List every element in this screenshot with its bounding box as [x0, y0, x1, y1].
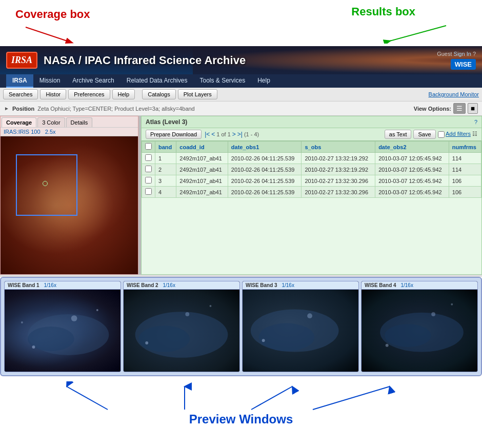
guest-label: Guest	[437, 51, 452, 57]
background-monitor-link[interactable]: Background Monitor	[429, 91, 479, 97]
svg-point-6	[96, 309, 98, 311]
add-filters-link[interactable]: Add filters	[446, 131, 471, 137]
cell-date-obs1-3: 2010-02-26 04:11:25.539	[228, 187, 302, 198]
position-text: Zeta Ophiuci; Type=CENTER; Product Level…	[37, 106, 194, 112]
svg-point-7	[21, 321, 23, 323]
coverage-instrument-label: IRAS:IRIS 100	[4, 129, 41, 135]
col-header-numfrms[interactable]: numfrms	[449, 141, 481, 153]
position-label: Position	[12, 106, 34, 112]
col-header-date-obs1[interactable]: date_obs1	[228, 141, 302, 153]
cell-coadd-1: 2492m107_ab41	[176, 164, 228, 175]
nav-item-help[interactable]: Help	[251, 74, 276, 88]
svg-point-20	[386, 344, 389, 347]
preview-header-1: WISE Band 1 1/16x	[5, 281, 120, 290]
preview-image-1[interactable]	[5, 290, 120, 372]
plot-layers-button[interactable]: Plot Layers	[178, 89, 217, 99]
as-text-button[interactable]: as Text	[385, 130, 412, 139]
svg-point-12	[210, 305, 212, 307]
pager-first-button[interactable]: |<	[205, 131, 210, 138]
preview-nebula-1	[5, 290, 120, 372]
preview-image-4[interactable]	[362, 290, 477, 372]
nav-item-mission[interactable]: Mission	[33, 74, 67, 88]
cell-band-1: 2	[155, 164, 176, 175]
preferences-button[interactable]: Preferences	[68, 89, 110, 99]
coverage-box-annotation: Coverage box	[15, 8, 90, 21]
view-list-button[interactable]: ☰	[453, 103, 466, 114]
cell-s-obs-0: 2010-02-27 13:32:19.292	[302, 153, 375, 164]
catalogs-button[interactable]: Catalogs	[142, 89, 175, 99]
help-char: ?	[473, 51, 476, 57]
view-grid-button[interactable]: ■	[468, 103, 478, 114]
toolbar-left-buttons: Searches Histor Preferences Help Catalog…	[3, 89, 217, 99]
select-all-checkbox[interactable]	[145, 143, 152, 150]
results-table-wrapper: band coadd_id date_obs1 s_obs date_obs2 …	[142, 141, 481, 274]
cell-s-obs-3: 2010-02-27 13:32:30.296	[302, 187, 375, 198]
col-header-coadd-id[interactable]: coadd_id	[176, 141, 228, 153]
preview-header-2: WISE Band 2 1/16x	[124, 281, 239, 290]
cell-coadd-3: 2492m107_ab41	[176, 187, 228, 198]
nav-item-related-data[interactable]: Related Data Archives	[120, 74, 194, 88]
sign-in-link[interactable]: Sign In	[454, 51, 471, 57]
add-filters-checkbox[interactable]	[438, 131, 445, 138]
results-table: band coadd_id date_obs1 s_obs date_obs2 …	[142, 141, 481, 198]
pager-last-button[interactable]: >|	[237, 131, 243, 138]
preview-scale-1: 1/16x	[43, 282, 56, 288]
svg-point-11	[145, 341, 148, 344]
coverage-info-bar: IRAS:IRIS 100 2.5x	[1, 128, 138, 136]
tab-coverage[interactable]: Coverage	[2, 117, 36, 127]
nav-item-archive-search[interactable]: Archive Search	[66, 74, 120, 88]
cell-date-obs1-1: 2010-02-26 04:11:25.539	[228, 164, 302, 175]
filter-grid-icon: ☷	[472, 131, 477, 137]
coverage-box-arrow	[21, 25, 82, 45]
prepare-download-button[interactable]: Prepare Download	[146, 130, 202, 139]
col-header-date-obs2[interactable]: date_obs2	[375, 141, 449, 153]
svg-point-15	[307, 313, 312, 318]
auth-info: Guest Sign In ?	[437, 51, 476, 57]
pager-prev-button[interactable]: <	[211, 131, 215, 138]
searches-button[interactable]: Searches	[3, 89, 38, 99]
preview-img-inner-2	[124, 290, 239, 372]
preview-scale-2: 1/16x	[162, 282, 175, 288]
cell-date-obs2-0: 2010-03-07 12:05:45.942	[375, 153, 449, 164]
preview-panel-2: WISE Band 2 1/16x	[123, 281, 240, 372]
results-box-annotation: Results box	[351, 5, 415, 18]
preview-label-3: WISE Band 3	[246, 282, 277, 288]
preview-img-inner-3	[243, 290, 358, 372]
svg-point-10	[185, 312, 189, 316]
svg-point-19	[431, 312, 435, 316]
results-pager: |< < 1 of 1 > >| (1 - 4)	[205, 131, 259, 138]
irsa-logo[interactable]: IRSA	[6, 52, 37, 69]
tab-details[interactable]: Details	[66, 117, 93, 127]
preview-section: WISE Band 1 1/16x WISE Band 2 1/16x	[0, 277, 482, 376]
svg-line-0	[26, 27, 72, 43]
col-header-s-obs[interactable]: s_obs	[302, 141, 375, 153]
svg-point-5	[32, 345, 35, 349]
row-checkbox-1[interactable]	[145, 166, 152, 172]
table-row: 4 2492m107_ab41 2010-02-26 04:11:25.539 …	[142, 187, 481, 198]
nav-item-irsa[interactable]: IRSA	[6, 74, 33, 88]
main-content-area: Coverage 3 Color Details IRAS:IRIS 100 2…	[0, 116, 482, 275]
preview-scale-3: 1/16x	[280, 282, 294, 288]
row-checkbox-3[interactable]	[145, 188, 152, 195]
col-header-band[interactable]: band	[155, 141, 176, 153]
svg-point-21	[451, 303, 453, 306]
cell-date-obs1-0: 2010-02-26 04:11:25.539	[228, 153, 302, 164]
coverage-image[interactable]	[1, 136, 138, 274]
pager-next-button[interactable]: >	[232, 131, 236, 138]
row-checkbox-0[interactable]	[145, 154, 152, 161]
save-button[interactable]: Save	[413, 130, 435, 139]
help-button[interactable]: Help	[112, 89, 135, 99]
preview-image-3[interactable]	[243, 290, 358, 372]
add-filters-area: Add filters ☷	[438, 131, 477, 138]
nav-bar: IRSA Mission Archive Search Related Data…	[0, 74, 482, 88]
history-button[interactable]: Histor	[40, 89, 66, 99]
tab-3color[interactable]: 3 Color	[37, 117, 65, 127]
results-help-link[interactable]: ?	[474, 119, 477, 125]
preview-image-2[interactable]	[124, 290, 239, 372]
coverage-scale: 2.5x	[45, 129, 56, 135]
preview-header-3: WISE Band 3 1/16x	[243, 281, 358, 290]
nav-item-tools[interactable]: Tools & Services	[193, 74, 251, 88]
app-title: NASA / IPAC Infrared Science Archive	[44, 54, 246, 67]
row-checkbox-2[interactable]	[145, 177, 152, 184]
cell-band-3: 4	[155, 187, 176, 198]
